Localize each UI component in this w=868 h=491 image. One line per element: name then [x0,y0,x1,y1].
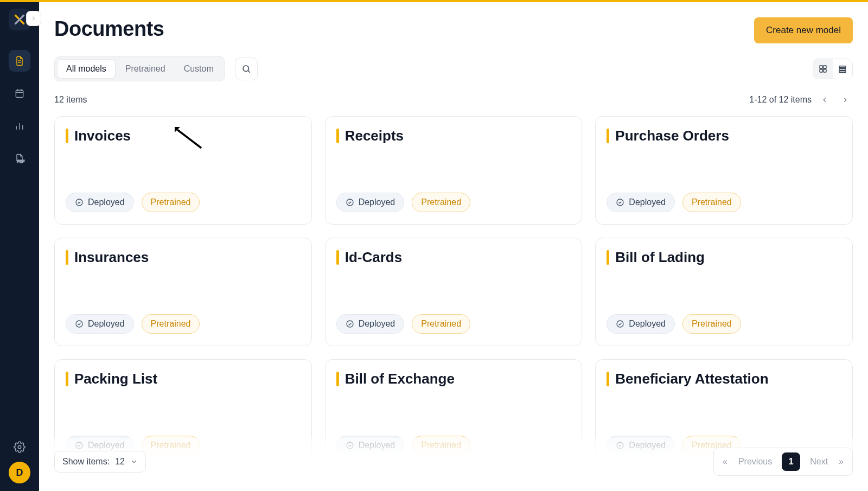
card-title: Invoices [66,127,301,144]
svg-point-11 [76,199,82,206]
show-items-select[interactable]: Show items: 12 [54,451,146,473]
first-page-icon[interactable]: « [722,457,729,467]
svg-point-15 [347,321,353,327]
search-button[interactable] [235,58,258,80]
model-filter-tabs: All models Pretrained Custom [54,56,225,81]
bar-chart-icon [14,120,25,131]
view-toggle [813,59,853,79]
check-circle-icon [75,198,84,207]
tag-badge-pretrained: Pretrained [682,314,741,334]
page-title: Documents [54,17,164,41]
svg-rect-10 [839,71,846,73]
svg-point-14 [76,321,82,327]
nav-analytics[interactable] [9,115,30,137]
tag-badge-pretrained: Pretrained [412,314,470,334]
chevron-right-icon [30,15,37,22]
svg-point-12 [347,199,353,206]
sidebar: PDF D [0,2,39,491]
filter-tab-pretrained[interactable]: Pretrained [117,59,174,79]
check-circle-icon [616,198,624,207]
svg-rect-7 [824,69,826,72]
card-title: Insurances [66,249,301,266]
card-badges: DeployedPretrained [607,314,841,334]
chevron-left-icon [821,96,828,104]
status-badge-deployed: Deployed [66,193,134,212]
nav-pdf[interactable]: PDF [9,148,30,169]
card-title: Beneficiary Attestation [607,371,841,387]
status-badge-label: Deployed [88,319,125,329]
model-card[interactable]: Bill of LadingDeployedPretrained [595,238,853,346]
tag-badge-pretrained: Pretrained [682,193,741,212]
document-icon [14,55,25,66]
tag-badge-pretrained: Pretrained [142,314,200,334]
grid-view-button[interactable] [813,59,833,79]
status-badge-deployed: Deployed [607,314,675,334]
svg-rect-4 [820,66,822,68]
last-page-icon[interactable]: » [838,457,845,467]
status-badge-label: Deployed [88,197,125,207]
filter-tab-custom[interactable]: Custom [175,59,222,79]
calendar-icon [14,88,25,99]
svg-point-2 [18,445,21,449]
list-view-button[interactable] [833,59,852,79]
tag-badge-pretrained: Pretrained [412,193,470,212]
show-items-prefix: Show items: [62,457,110,467]
page-prev-top[interactable] [817,92,832,107]
item-range: 1-12 of 12 items [749,95,812,105]
svg-text:PDF: PDF [17,160,24,163]
card-title: Id-Cards [336,249,571,266]
card-badges: DeployedPretrained [66,193,301,212]
pagination: « Previous 1 Next » [713,448,853,476]
svg-rect-8 [839,66,846,68]
card-title: Packing List [66,371,301,387]
chevron-right-icon [841,96,849,104]
svg-point-13 [617,199,623,206]
check-circle-icon [346,198,354,207]
list-icon [838,64,847,74]
card-badges: DeployedPretrained [336,193,571,212]
current-page[interactable]: 1 [782,452,800,471]
model-card[interactable]: ReceiptsDeployedPretrained [325,116,583,225]
svg-rect-0 [16,90,23,97]
status-badge-label: Deployed [629,319,666,329]
model-grid: InvoicesDeployedPretrainedReceiptsDeploy… [54,116,853,491]
model-card[interactable]: Id-CardsDeployedPretrained [325,238,583,346]
nav-calendar[interactable] [9,82,30,104]
main-content: Documents Create new model All models Pr… [39,2,868,491]
card-title: Purchase Orders [607,127,841,144]
prev-page-button[interactable]: Previous [735,455,775,469]
settings-icon[interactable] [14,441,25,453]
next-page-button[interactable]: Next [807,455,831,469]
status-badge-label: Deployed [359,197,395,207]
model-card[interactable]: Purchase OrdersDeployedPretrained [595,116,853,225]
card-badges: DeployedPretrained [66,314,301,334]
chevron-down-icon [130,458,138,466]
item-count: 12 items [54,95,87,105]
status-badge-deployed: Deployed [66,314,134,334]
create-model-button[interactable]: Create new model [754,17,853,43]
svg-rect-9 [839,68,846,70]
status-badge-label: Deployed [629,197,666,207]
card-title: Receipts [336,127,571,144]
check-circle-icon [75,320,84,328]
footer-bar: Show items: 12 « Previous 1 Next » [54,438,853,491]
user-avatar[interactable]: D [9,462,30,483]
pdf-icon: PDF [14,153,25,164]
show-items-value: 12 [115,457,125,467]
svg-point-16 [617,321,623,327]
nav-documents[interactable] [9,50,30,72]
logo-x-icon [12,12,27,27]
check-circle-icon [616,320,624,328]
status-badge-deployed: Deployed [336,314,405,334]
status-badge-deployed: Deployed [336,193,405,212]
search-icon [241,64,251,74]
model-card[interactable]: InsurancesDeployedPretrained [54,238,312,346]
filter-tab-all[interactable]: All models [57,59,116,79]
grid-icon [818,64,828,74]
model-card[interactable]: InvoicesDeployedPretrained [54,116,312,225]
svg-rect-5 [824,66,826,68]
page-next-top[interactable] [838,92,853,107]
card-badges: DeployedPretrained [336,314,571,334]
status-badge-label: Deployed [359,319,395,329]
svg-point-3 [243,66,249,72]
